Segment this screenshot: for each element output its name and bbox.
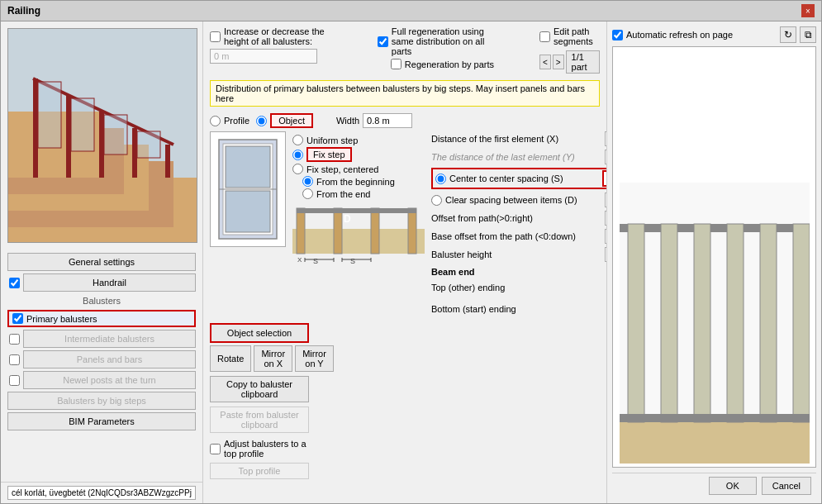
nav-right-button[interactable]: > [553, 55, 564, 69]
rotate-button[interactable]: Rotate [210, 345, 251, 372]
primary-balusters-checkbox[interactable] [12, 313, 23, 324]
handrail-checkbox[interactable] [9, 278, 20, 288]
base-offset-row: Base offset from the path (<0:down) [431, 229, 606, 244]
svg-rect-49 [661, 224, 677, 422]
newel-checkbox[interactable] [9, 375, 20, 386]
main-content: General settings Handrail Balusters Prim… [1, 21, 821, 503]
auto-refresh-row: Automatic refresh on page ↻ ⧉ [612, 26, 816, 43]
bottom-bar: OK Cancel [612, 473, 816, 498]
svg-rect-50 [694, 224, 710, 422]
left-panel: General settings Handrail Balusters Prim… [1, 21, 203, 503]
bottom-ending-row: Bottom (start) ending [431, 300, 606, 318]
bottom-ending-label: Bottom (start) ending [431, 304, 606, 314]
uniform-step-radio[interactable] [292, 135, 303, 145]
full-regen-label: Full regeneration using same distributio… [392, 26, 506, 56]
auto-refresh-label: Automatic refresh on page [626, 30, 733, 40]
edit-path-checkbox[interactable] [539, 31, 550, 42]
copy-clipboard-button[interactable]: Copy to baluster clipboard [210, 376, 309, 402]
distribution-label: Distribution of primary balusters betwee… [210, 80, 600, 107]
mirror-y-button[interactable]: Mirror on Y [295, 345, 334, 372]
svg-rect-14 [104, 115, 127, 155]
top-ending-label: Top (other) ending [431, 283, 606, 292]
svg-rect-52 [760, 224, 777, 422]
base-offset-label: Base offset from the path (<0:down) [431, 231, 605, 241]
cancel-button[interactable]: Cancel [762, 477, 811, 495]
mirror-x-button[interactable]: Mirror on X [254, 345, 292, 372]
ok-button[interactable]: OK [709, 477, 757, 495]
from-beginning-radio[interactable] [302, 176, 313, 187]
panels-and-bars-button[interactable]: Panels and bars [23, 350, 196, 368]
regen-parts-label: Regeneration by parts [405, 59, 494, 69]
adjust-checkbox[interactable] [210, 444, 221, 454]
bottom-input-row [1, 482, 202, 503]
fix-step-centered-radio[interactable] [292, 164, 303, 174]
height-checkbox[interactable] [210, 31, 221, 42]
top-ending-row: Top (other) ending [431, 278, 606, 297]
svg-rect-23 [334, 208, 342, 254]
edit-path-label: Edit path segments [554, 26, 600, 46]
fix-step-radio[interactable] [292, 150, 303, 160]
object-radio[interactable] [256, 116, 267, 126]
right-panel: Automatic refresh on page ↻ ⧉ [606, 21, 821, 503]
svg-text:S: S [313, 257, 318, 265]
nav-buttons: General settings Handrail Balusters Prim… [1, 250, 202, 434]
svg-rect-53 [793, 224, 810, 422]
general-settings-button[interactable]: General settings [7, 253, 196, 271]
newel-posts-button[interactable]: Newel posts at the turn [23, 371, 196, 389]
regen-parts-checkbox[interactable] [391, 59, 401, 69]
from-end-label: From the end [316, 189, 370, 199]
baluster-height-label: Baluster height [431, 250, 605, 259]
full-regen-checkbox[interactable] [378, 36, 388, 47]
auto-refresh-checkbox[interactable] [612, 30, 623, 40]
fix-step-centered-label: Fix step, centered [306, 164, 378, 174]
profile-label: Profile [224, 116, 249, 126]
svg-rect-8 [99, 112, 104, 178]
center-to-center-label: Center to center spacing (S) [449, 174, 563, 183]
step-diagram: D X S S [292, 204, 425, 266]
height-input[interactable] [210, 49, 317, 64]
profile-radio[interactable] [210, 116, 221, 126]
svg-rect-9 [132, 128, 137, 178]
center-to-center-radio[interactable] [435, 174, 446, 184]
balusters-label: Balusters [7, 294, 196, 307]
from-beginning-label: From the beginning [316, 177, 395, 187]
clear-spacing-row: Clear spacing between items (D) [431, 193, 606, 207]
distance-last-row: The distance of the last element (Y) [431, 150, 606, 164]
railing-preview-image [8, 29, 197, 242]
intermediate-balusters-button[interactable]: Intermediate balusters [23, 330, 196, 348]
distance-last-label: The distance of the last element (Y) [431, 152, 605, 162]
offset-path-label: Offset from path(>0:right) [431, 213, 605, 223]
svg-rect-13 [71, 98, 94, 151]
paste-clipboard-button[interactable]: Paste from baluster clipboard [210, 407, 309, 433]
object-selection-button[interactable]: Object selection [210, 323, 309, 343]
refresh-button[interactable]: ↻ [780, 26, 796, 43]
width-input[interactable] [363, 113, 412, 128]
svg-rect-22 [297, 208, 305, 254]
copy-view-button[interactable]: ⧉ [800, 26, 816, 43]
top-profile-button[interactable]: Top profile [210, 463, 309, 479]
from-end-radio[interactable] [302, 188, 313, 199]
intermediate-checkbox[interactable] [9, 334, 20, 345]
handrail-button[interactable]: Handrail [23, 273, 196, 292]
nav-left-button[interactable]: < [539, 55, 551, 69]
close-button[interactable]: × [801, 4, 815, 17]
panels-checkbox[interactable] [9, 354, 20, 365]
center-panel: Increase or decrease the height of all b… [203, 21, 606, 503]
preview-area [7, 28, 197, 243]
svg-rect-12 [38, 82, 61, 148]
svg-rect-19 [226, 191, 270, 232]
svg-rect-10 [165, 145, 170, 178]
bim-parameters-button[interactable]: BIM Parameters [7, 412, 196, 430]
preview-svg [620, 183, 810, 464]
right-preview-canvas [612, 46, 816, 468]
clear-spacing-radio[interactable] [431, 195, 442, 206]
svg-text:X: X [297, 256, 302, 264]
height-label: Increase or decrease the height of all b… [224, 26, 328, 46]
svg-rect-51 [727, 224, 744, 422]
bottom-text-input[interactable] [7, 486, 196, 500]
clear-spacing-label: Clear spacing between items (D) [445, 195, 577, 205]
beam-end-label: Beam end [431, 267, 606, 277]
svg-rect-54 [620, 414, 810, 422]
balusters-big-steps-button[interactable]: Balusters by big steps [7, 392, 196, 410]
title-bar: Railing × [1, 1, 821, 21]
